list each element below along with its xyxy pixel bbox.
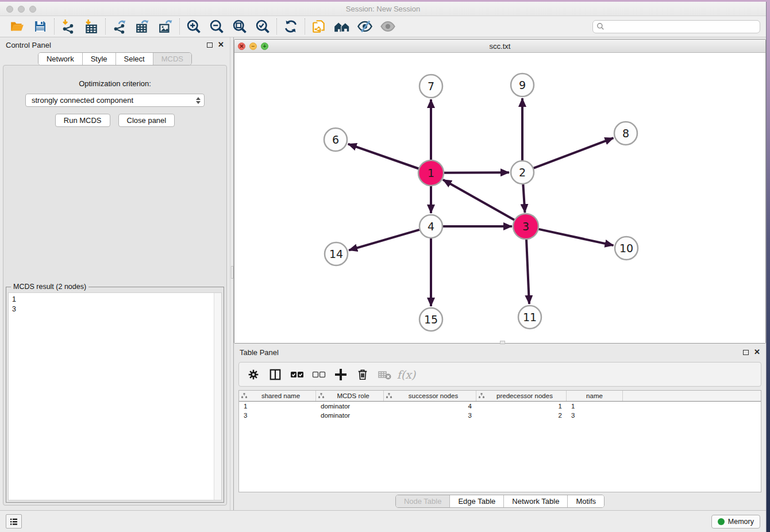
edge-2-3[interactable] [523,184,525,213]
zoom-selected-icon[interactable] [251,18,274,35]
export-table-icon[interactable] [131,18,154,35]
minimize-window-icon[interactable] [18,6,25,13]
export-network-icon[interactable] [108,18,131,35]
float-table-panel-icon[interactable] [743,350,749,355]
column-header-predecessor-nodes[interactable]: predecessor nodes [476,391,567,401]
zoom-in-icon[interactable] [182,18,205,35]
select-all-columns-icon[interactable] [287,365,307,384]
table-cell[interactable]: 3 [567,411,623,420]
network-resize-grip[interactable] [500,341,505,344]
unselect-all-columns-icon[interactable] [309,365,329,384]
selected-criterion: strongly connected component [32,96,196,105]
mcds-result-title: MCDS result (2 nodes) [11,283,88,291]
clone-network-icon[interactable] [307,18,330,35]
network-maximize-icon[interactable]: + [261,43,268,50]
node-table[interactable]: shared nameMCDS rolesuccessor nodesprede… [238,390,761,492]
search-field[interactable] [592,20,760,33]
result-scrollbar[interactable] [214,293,221,500]
panel-splitter[interactable] [230,37,234,510]
window-title: Session: New Session [0,2,766,16]
node-label-3: 3 [522,220,529,233]
table-row[interactable]: 3dominator323 [239,411,761,420]
import-network-icon[interactable] [57,18,80,35]
settings-gear-icon[interactable] [244,365,263,384]
open-file-icon[interactable] [6,18,29,35]
node-label-10: 10 [619,242,633,255]
edge-3-1[interactable] [443,180,515,220]
tab-motifs[interactable]: Motifs [568,495,604,507]
network-graph[interactable]: 7968124314101511 [234,53,765,341]
edge-1-6[interactable] [348,144,419,169]
delete-column-icon[interactable] [353,365,372,384]
toolbar-separator [105,18,106,34]
column-header-shared-name[interactable]: shared name [239,391,316,401]
edge-3-10[interactable] [538,229,613,245]
table-cell[interactable]: 1 [567,402,623,411]
table-cell[interactable]: dominator [316,411,384,420]
titlebar: Session: New Session [0,2,766,16]
function-builder-icon[interactable]: f(x) [396,365,416,384]
maximize-window-icon[interactable] [29,6,36,13]
delete-table-icon[interactable] [375,365,394,384]
close-table-panel-icon[interactable]: ✕ [754,349,760,355]
show-columns-icon[interactable] [265,365,285,384]
edge-1-2[interactable] [444,172,509,173]
table-cell[interactable]: 1 [476,402,567,411]
mcds-result-text[interactable]: 13 [9,293,214,500]
zoom-out-icon[interactable] [205,18,228,35]
run-mcds-button[interactable]: Run MCDS [55,114,110,127]
tab-mcds[interactable]: MCDS [153,53,191,65]
close-panel-button[interactable]: Close panel [118,114,175,127]
network-minimize-icon[interactable]: − [249,43,257,50]
node-label-2: 2 [519,166,526,179]
add-column-icon[interactable] [331,365,351,384]
mcds-result-line: 3 [12,304,210,314]
node-label-4: 4 [428,220,434,233]
column-header-name[interactable]: name [567,391,623,401]
list-icon [9,517,18,526]
hide-selected-icon[interactable] [353,18,376,35]
fit-content-icon[interactable] [228,18,251,35]
edge-3-11[interactable] [526,239,529,304]
memory-label: Memory [728,518,754,526]
float-panel-icon[interactable] [207,43,213,48]
close-window-icon[interactable] [6,6,13,13]
main-toolbar [0,16,766,37]
table-cell[interactable]: 1 [239,402,316,411]
network-window-titlebar[interactable]: ✕ − + scc.txt [234,40,765,53]
save-session-icon[interactable] [29,18,52,35]
edge-2-8[interactable] [534,138,614,168]
node-label-14: 14 [329,248,343,260]
tab-network[interactable]: Network [38,53,83,65]
import-table-icon[interactable] [80,18,103,35]
optimization-criterion-select[interactable]: strongly connected component [25,94,205,107]
tab-node-table[interactable]: Node Table [396,495,451,507]
tab-network-table[interactable]: Network Table [504,495,568,507]
table-cell[interactable]: dominator [316,402,384,411]
tab-style[interactable]: Style [83,53,116,65]
node-label-1: 1 [428,167,434,179]
export-image-icon[interactable] [154,18,177,35]
column-header-MCDS-role[interactable]: MCDS role [316,391,384,401]
memory-button[interactable]: Memory [711,515,760,529]
show-all-icon[interactable] [376,18,399,35]
close-panel-icon[interactable]: ✕ [218,42,224,48]
network-close-icon[interactable]: ✕ [238,43,245,50]
application-window: Session: New Session [0,2,767,532]
layout-refresh-icon[interactable] [279,18,302,35]
task-history-button[interactable] [6,514,22,529]
tab-select[interactable]: Select [116,53,153,65]
table-cell[interactable]: 3 [239,411,316,420]
splitter-grip[interactable] [231,266,233,279]
column-header-successor-nodes[interactable]: successor nodes [384,391,476,401]
edge-4-14[interactable] [349,230,419,250]
table-cell[interactable]: 3 [384,411,476,420]
table-cell[interactable]: 2 [476,411,567,420]
tab-edge-table[interactable]: Edge Table [450,495,504,507]
table-row[interactable]: 1dominator411 [239,402,761,411]
network-canvas[interactable]: 7968124314101511 [234,53,765,343]
node-label-11: 11 [523,311,537,323]
table-cell[interactable]: 4 [384,402,476,411]
search-input[interactable] [607,22,756,30]
first-neighbors-icon[interactable] [330,18,353,35]
